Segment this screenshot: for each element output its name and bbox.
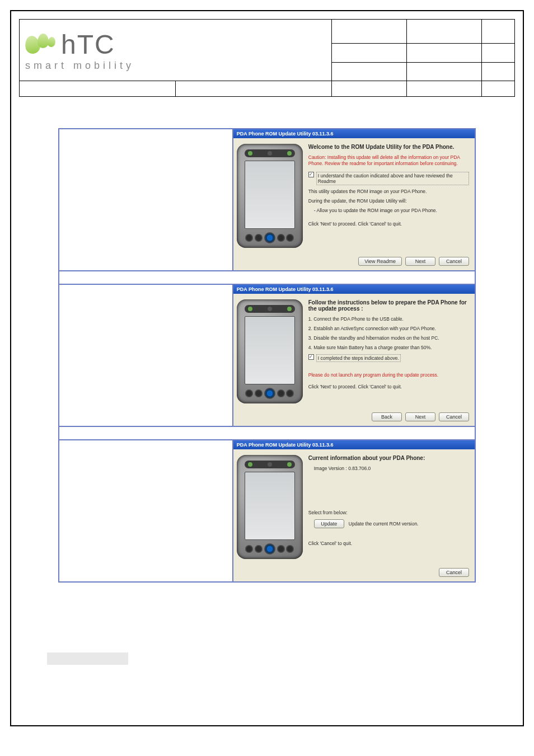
page-frame: hTC smart mobility xyxy=(10,10,524,726)
header-cell-r3c3 xyxy=(481,62,514,81)
header-cell-r1c2 xyxy=(407,20,482,44)
dialog2-warning: Please do not launch any program during … xyxy=(308,372,469,378)
dialog2-check-label: I completed the steps indicated above. xyxy=(316,354,401,362)
step2-text-cell xyxy=(59,284,233,426)
header-cell-r4c4 xyxy=(407,81,482,97)
dialog-welcome: PDA Phone ROM Update Utility 03.11.3.6 W… xyxy=(233,129,475,270)
pda-illustration xyxy=(237,455,303,559)
dialog3-select-label: Select from below: xyxy=(308,510,469,516)
header-cell-r2c2 xyxy=(407,44,482,62)
header-cell-r4c2 xyxy=(176,81,332,97)
htc-leaf-icon xyxy=(25,34,58,55)
dialog1-bullet: - Allow you to update the ROM image on y… xyxy=(314,208,469,213)
footer-grey-box xyxy=(47,652,128,665)
header-cell-r4c3 xyxy=(332,81,407,97)
step2-screenshot-cell: PDA Phone ROM Update Utility 03.11.3.6 F… xyxy=(233,284,475,426)
step3-text-cell xyxy=(59,440,233,582)
dialog1-line3: Click 'Next' to proceed. Click 'Cancel' … xyxy=(308,221,469,227)
dialog3-titlebar: PDA Phone ROM Update Utility 03.11.3.6 xyxy=(233,440,475,449)
dialog3-version: Image Version : 0.83.706.0 xyxy=(314,466,469,472)
update-button[interactable]: Update xyxy=(314,519,344,528)
dialog1-check-label: I understand the caution indicated above… xyxy=(316,172,469,185)
dialog2-step4: 4. Make sure Main Battery has a charge g… xyxy=(308,345,469,351)
dialog3-line-end: Click 'Cancel' to quit. xyxy=(308,541,469,547)
dialog1-line1: This utility updates the ROM image on yo… xyxy=(308,189,469,195)
header-cell-r4c1 xyxy=(20,81,176,97)
dialog3-update-desc: Update the current ROM version. xyxy=(349,521,419,527)
dialog1-checkbox[interactable]: ✓ xyxy=(308,172,314,177)
cancel-button[interactable]: Cancel xyxy=(439,412,469,421)
dialog2-titlebar: PDA Phone ROM Update Utility 03.11.3.6 xyxy=(233,285,475,294)
logo-cell: hTC smart mobility xyxy=(20,20,332,81)
header-table: hTC smart mobility xyxy=(19,19,515,97)
gap-row-2 xyxy=(59,426,475,440)
dialog2-heading: Follow the instructions below to prepare… xyxy=(308,299,469,312)
dialog3-heading: Current information about your PDA Phone… xyxy=(308,455,469,461)
cancel-button[interactable]: Cancel xyxy=(439,568,469,577)
back-button[interactable]: Back xyxy=(372,412,402,421)
pda-illustration xyxy=(237,299,303,403)
dialog2-step2: 2. Establish an ActiveSync connection wi… xyxy=(308,326,469,332)
brand-tagline: smart mobility xyxy=(20,60,331,75)
dialog2-step3: 3. Disable the standby and hibernation m… xyxy=(308,335,469,341)
dialog1-heading: Welcome to the ROM Update Utility for th… xyxy=(308,144,469,150)
dialog2-checkbox[interactable]: ✓ xyxy=(308,354,314,360)
header-cell-r1c3 xyxy=(481,20,514,44)
step1-text-cell xyxy=(59,129,233,271)
header-cell-r3c2 xyxy=(407,62,482,81)
dialog1-titlebar: PDA Phone ROM Update Utility 03.11.3.6 xyxy=(233,129,475,138)
dialog2-step1: 1. Connect the PDA Phone to the USB cabl… xyxy=(308,316,469,322)
dialog-current-info: PDA Phone ROM Update Utility 03.11.3.6 C… xyxy=(233,440,475,581)
header-cell-r2c3 xyxy=(481,44,514,62)
next-button[interactable]: Next xyxy=(405,257,435,266)
next-button[interactable]: Next xyxy=(405,412,435,421)
step3-screenshot-cell: PDA Phone ROM Update Utility 03.11.3.6 C… xyxy=(233,440,475,582)
header-cell-r1c1 xyxy=(332,20,407,44)
pda-illustration xyxy=(237,144,303,248)
header-cell-r2c1 xyxy=(332,44,407,62)
header-cell-r4c5 xyxy=(481,81,514,97)
header-cell-r3c1 xyxy=(332,62,407,81)
dialog2-line-end: Click 'Next' to proceed. Click 'Cancel' … xyxy=(308,384,469,390)
brand-name: hTC xyxy=(61,29,115,60)
steps-table: PDA Phone ROM Update Utility 03.11.3.6 W… xyxy=(58,128,476,583)
dialog1-line2: During the update, the ROM Update Utilit… xyxy=(308,198,469,204)
view-readme-button[interactable]: View Readme xyxy=(358,257,402,266)
cancel-button[interactable]: Cancel xyxy=(439,257,469,266)
gap-row-1 xyxy=(59,271,475,284)
logo-wrap: hTC xyxy=(20,26,331,60)
step1-screenshot-cell: PDA Phone ROM Update Utility 03.11.3.6 W… xyxy=(233,129,475,271)
dialog-instructions: PDA Phone ROM Update Utility 03.11.3.6 F… xyxy=(233,285,475,426)
dialog1-caution: Caution: Installing this update will del… xyxy=(308,154,469,166)
